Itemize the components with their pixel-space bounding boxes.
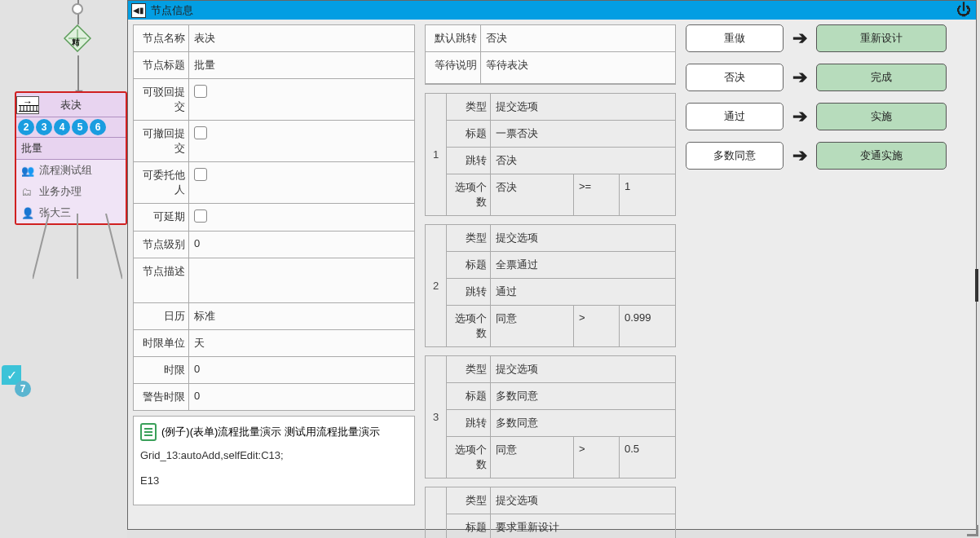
property-label: 节点标题 (134, 52, 189, 78)
property-row: 节点级别0 (133, 232, 415, 258)
opt-label: 跳转 (447, 410, 491, 436)
option-number: 4 (426, 487, 447, 538)
property-value[interactable] (189, 204, 414, 231)
action-source-button[interactable]: 多数同意 (686, 142, 784, 170)
opt-threshold[interactable]: 1 (620, 174, 656, 215)
opt-label: 标题 (447, 514, 491, 538)
property-value[interactable]: 标准 (189, 303, 414, 329)
opt-value[interactable]: 全票通过 (491, 252, 675, 278)
node-info-panel: ◀▮ 节点信息 ⏻ 节点名称表决节点标题批量可驳回提交可撤回提交可委托他人可延期… (127, 0, 977, 530)
action-target-button[interactable]: 实施 (816, 103, 947, 130)
panel-title: 节点信息 (151, 3, 193, 18)
arrow-right-icon: ➔ (790, 28, 810, 49)
opt-value[interactable]: 一票否决 (491, 121, 675, 147)
power-icon[interactable]: ⏻ (955, 2, 973, 20)
default-jump-label: 默认跳转 (426, 25, 481, 51)
property-value[interactable]: 表决 (189, 25, 414, 51)
property-row: 节点描述 (133, 258, 415, 303)
decision-node[interactable] (64, 24, 91, 52)
opt-threshold[interactable]: 0.999 (620, 306, 656, 346)
opt-operator[interactable]: > (574, 437, 620, 478)
property-row: 可委托他人 (133, 162, 415, 204)
opt-count-kind[interactable]: 同意 (491, 306, 574, 346)
property-label: 时限 (134, 357, 189, 383)
opt-value[interactable]: 多数同意 (491, 410, 675, 436)
node-step-circles: 2 3 4 5 6 (16, 117, 126, 138)
opt-value[interactable]: 提交选项 (491, 94, 675, 120)
default-jump-value[interactable]: 否决 (481, 25, 675, 51)
opt-operator[interactable]: >= (574, 174, 620, 215)
opt-value[interactable]: 提交选项 (491, 487, 675, 514)
opt-threshold[interactable]: 0.5 (620, 437, 656, 478)
property-label: 可驳回提交 (134, 79, 189, 120)
opt-value[interactable]: 提交选项 (491, 225, 675, 251)
group-icon: 👥 (21, 165, 34, 177)
property-label: 可延期 (134, 204, 189, 231)
wait-value[interactable]: 等待表决 (481, 52, 675, 83)
property-value[interactable] (189, 121, 414, 161)
option-number: 1 (426, 94, 447, 215)
property-row: 时限0 (133, 357, 415, 384)
opt-label: 选项个数 (447, 174, 491, 215)
property-label: 节点描述 (134, 258, 189, 302)
opt-label: 类型 (447, 94, 491, 120)
option-number: 3 (426, 356, 447, 478)
property-row: 可撤回提交 (133, 121, 415, 162)
property-row: 可延期 (133, 204, 415, 232)
properties-column: 节点名称表决节点标题批量可驳回提交可撤回提交可委托他人可延期节点级别0节点描述日… (128, 20, 420, 529)
checkbox-input[interactable] (194, 85, 207, 98)
resize-handle-icon[interactable] (967, 525, 978, 536)
opt-label: 跳转 (447, 279, 491, 305)
option-number: 2 (426, 225, 447, 346)
property-label: 时限单位 (134, 330, 189, 356)
action-target-button[interactable]: 完成 (816, 64, 947, 91)
svg-line-3 (33, 214, 49, 279)
workflow-canvas[interactable]: 精对 ▼ 表决 2 3 4 5 6 批量 👥流程测试组 🗂业务办理 👤张大三 →… (0, 0, 127, 538)
action-source-button[interactable]: 重做 (686, 24, 784, 52)
action-source-button[interactable]: 通过 (686, 103, 784, 130)
opt-operator[interactable]: > (574, 306, 620, 346)
connector-lines (33, 214, 122, 311)
checkbox-input[interactable] (194, 168, 207, 181)
scroll-indicator[interactable] (975, 269, 978, 302)
property-value[interactable]: 0 (189, 357, 414, 383)
opt-label: 选项个数 (447, 437, 491, 478)
property-label: 日历 (134, 303, 189, 329)
opt-count-kind[interactable]: 同意 (491, 437, 574, 478)
opt-count-kind[interactable]: 否决 (491, 174, 574, 215)
opt-label: 标题 (447, 252, 491, 278)
checkbox-input[interactable] (194, 209, 207, 223)
node-subtitle: 批量 (16, 138, 126, 160)
property-value[interactable]: 天 (189, 330, 414, 356)
property-value[interactable] (189, 79, 414, 120)
step-circle: 5 (72, 119, 88, 135)
arrow-right-icon: ➔ (790, 106, 810, 127)
action-row: 否决➔完成 (686, 64, 966, 91)
action-target-button[interactable]: 重新设计 (816, 24, 947, 52)
opt-value[interactable]: 要求重新设计 (491, 514, 675, 538)
property-value[interactable]: 0 (189, 384, 414, 410)
checkbox-input[interactable] (194, 126, 207, 139)
opt-value[interactable]: 多数同意 (491, 383, 675, 409)
property-row: 节点标题批量 (133, 52, 415, 79)
arrow-right-icon: ➔ (790, 145, 810, 166)
property-label: 节点级别 (134, 232, 189, 258)
option-block: 1类型提交选项标题一票否决跳转否决选项个数否决>=1 (425, 93, 676, 216)
action-source-button[interactable]: 否决 (686, 64, 784, 91)
property-row: 节点名称表决 (133, 24, 415, 52)
opt-value[interactable]: 否决 (491, 148, 675, 174)
property-value[interactable] (189, 162, 414, 203)
opt-value[interactable]: 通过 (491, 279, 675, 305)
property-value[interactable] (189, 258, 414, 302)
note-title: (例子)(表单)流程批量演示 测试用流程批量演示 (161, 425, 380, 439)
property-value[interactable]: 0 (189, 232, 414, 258)
arrow-right-icon: ➔ (790, 67, 810, 88)
property-label: 可委托他人 (134, 162, 189, 203)
action-row: 通过➔实施 (686, 103, 966, 130)
property-value[interactable]: 批量 (189, 52, 414, 78)
opt-value[interactable]: 提交选项 (491, 356, 675, 382)
property-row: 可驳回提交 (133, 79, 415, 121)
collapse-icon[interactable]: ◀▮ (131, 3, 146, 18)
action-target-button[interactable]: 变通实施 (816, 142, 947, 170)
opt-label: 选项个数 (447, 306, 491, 346)
